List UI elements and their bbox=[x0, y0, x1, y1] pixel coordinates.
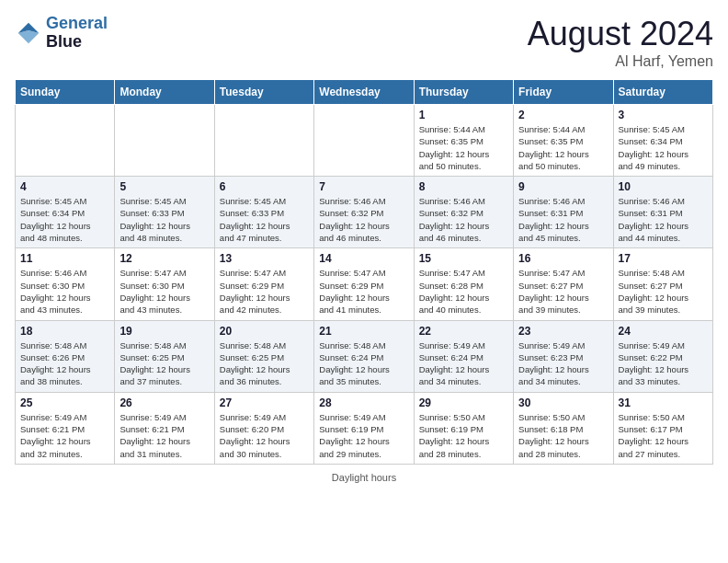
day-number: 28 bbox=[319, 396, 408, 409]
day-number: 6 bbox=[220, 180, 309, 193]
day-number: 27 bbox=[220, 396, 309, 409]
title-block: August 2024 Al Harf, Yemen bbox=[528, 15, 713, 70]
calendar-cell: 15Sunrise: 5:47 AM Sunset: 6:28 PM Dayli… bbox=[414, 248, 513, 320]
header-row: SundayMondayTuesdayWednesdayThursdayFrid… bbox=[16, 80, 713, 105]
header-day-tuesday: Tuesday bbox=[214, 80, 313, 105]
day-info: Sunrise: 5:46 AM Sunset: 6:30 PM Dayligh… bbox=[20, 267, 109, 316]
logo: General Blue bbox=[15, 15, 108, 52]
day-number: 7 bbox=[319, 180, 408, 193]
header-day-monday: Monday bbox=[115, 80, 214, 105]
calendar-cell: 19Sunrise: 5:48 AM Sunset: 6:25 PM Dayli… bbox=[115, 320, 214, 392]
header-day-sunday: Sunday bbox=[16, 80, 115, 105]
calendar-cell: 2Sunrise: 5:44 AM Sunset: 6:35 PM Daylig… bbox=[514, 105, 613, 177]
calendar-cell: 9Sunrise: 5:46 AM Sunset: 6:31 PM Daylig… bbox=[514, 177, 613, 248]
day-number: 9 bbox=[518, 180, 608, 193]
header-day-thursday: Thursday bbox=[414, 80, 513, 105]
calendar-cell bbox=[214, 105, 313, 177]
day-number: 24 bbox=[619, 325, 708, 338]
calendar-title: August 2024 bbox=[528, 15, 713, 53]
header-day-saturday: Saturday bbox=[613, 80, 712, 105]
calendar-cell: 16Sunrise: 5:47 AM Sunset: 6:27 PM Dayli… bbox=[514, 248, 613, 320]
logo-line2: Blue bbox=[46, 33, 108, 52]
logo-text: General Blue bbox=[46, 15, 108, 52]
day-info: Sunrise: 5:48 AM Sunset: 6:27 PM Dayligh… bbox=[619, 267, 708, 316]
calendar-subtitle: Al Harf, Yemen bbox=[528, 53, 713, 70]
day-number: 1 bbox=[419, 109, 508, 121]
calendar-cell: 22Sunrise: 5:49 AM Sunset: 6:24 PM Dayli… bbox=[414, 320, 513, 392]
day-info: Sunrise: 5:50 AM Sunset: 6:19 PM Dayligh… bbox=[419, 411, 508, 460]
calendar-cell: 23Sunrise: 5:49 AM Sunset: 6:23 PM Dayli… bbox=[514, 320, 613, 392]
header-day-wednesday: Wednesday bbox=[314, 80, 414, 105]
day-number: 15 bbox=[419, 252, 508, 265]
calendar-cell: 7Sunrise: 5:46 AM Sunset: 6:32 PM Daylig… bbox=[314, 177, 414, 248]
day-info: Sunrise: 5:49 AM Sunset: 6:24 PM Dayligh… bbox=[419, 339, 508, 388]
day-info: Sunrise: 5:46 AM Sunset: 6:32 PM Dayligh… bbox=[319, 195, 408, 244]
day-number: 14 bbox=[319, 252, 408, 265]
day-number: 30 bbox=[518, 396, 608, 409]
day-info: Sunrise: 5:49 AM Sunset: 6:21 PM Dayligh… bbox=[20, 411, 109, 460]
day-info: Sunrise: 5:49 AM Sunset: 6:21 PM Dayligh… bbox=[119, 411, 209, 460]
day-number: 3 bbox=[619, 109, 708, 121]
day-info: Sunrise: 5:49 AM Sunset: 6:19 PM Dayligh… bbox=[319, 411, 408, 460]
day-number: 26 bbox=[119, 396, 209, 409]
day-info: Sunrise: 5:45 AM Sunset: 6:34 PM Dayligh… bbox=[619, 123, 708, 172]
calendar-week-0: 1Sunrise: 5:44 AM Sunset: 6:35 PM Daylig… bbox=[16, 105, 713, 177]
day-info: Sunrise: 5:46 AM Sunset: 6:31 PM Dayligh… bbox=[518, 195, 608, 244]
day-info: Sunrise: 5:48 AM Sunset: 6:25 PM Dayligh… bbox=[220, 339, 309, 388]
calendar-cell: 27Sunrise: 5:49 AM Sunset: 6:20 PM Dayli… bbox=[214, 392, 313, 464]
day-info: Sunrise: 5:48 AM Sunset: 6:24 PM Dayligh… bbox=[319, 339, 408, 388]
calendar-cell: 17Sunrise: 5:48 AM Sunset: 6:27 PM Dayli… bbox=[613, 248, 712, 320]
calendar-cell bbox=[115, 105, 214, 177]
day-number: 4 bbox=[20, 180, 109, 193]
calendar-cell: 4Sunrise: 5:45 AM Sunset: 6:34 PM Daylig… bbox=[16, 177, 115, 248]
day-info: Sunrise: 5:50 AM Sunset: 6:18 PM Dayligh… bbox=[518, 411, 608, 460]
day-info: Sunrise: 5:44 AM Sunset: 6:35 PM Dayligh… bbox=[419, 123, 508, 172]
footer: Daylight hours bbox=[15, 472, 713, 483]
footer-text: Daylight hours bbox=[332, 472, 396, 483]
calendar-cell: 31Sunrise: 5:50 AM Sunset: 6:17 PM Dayli… bbox=[613, 392, 712, 464]
day-number: 11 bbox=[20, 252, 109, 265]
day-number: 21 bbox=[319, 325, 408, 338]
day-number: 8 bbox=[419, 180, 508, 193]
day-number: 13 bbox=[220, 252, 309, 265]
calendar-cell: 18Sunrise: 5:48 AM Sunset: 6:26 PM Dayli… bbox=[16, 320, 115, 392]
day-number: 19 bbox=[119, 325, 209, 338]
day-number: 23 bbox=[518, 325, 608, 338]
calendar-cell bbox=[314, 105, 414, 177]
day-number: 31 bbox=[619, 396, 708, 409]
day-number: 5 bbox=[119, 180, 209, 193]
calendar-cell: 6Sunrise: 5:45 AM Sunset: 6:33 PM Daylig… bbox=[214, 177, 313, 248]
calendar-cell: 21Sunrise: 5:48 AM Sunset: 6:24 PM Dayli… bbox=[314, 320, 414, 392]
calendar-body: 1Sunrise: 5:44 AM Sunset: 6:35 PM Daylig… bbox=[16, 105, 713, 465]
calendar-cell: 30Sunrise: 5:50 AM Sunset: 6:18 PM Dayli… bbox=[514, 392, 613, 464]
day-info: Sunrise: 5:44 AM Sunset: 6:35 PM Dayligh… bbox=[518, 123, 608, 172]
day-number: 29 bbox=[419, 396, 508, 409]
day-info: Sunrise: 5:46 AM Sunset: 6:31 PM Dayligh… bbox=[619, 195, 708, 244]
header-day-friday: Friday bbox=[514, 80, 613, 105]
calendar-cell: 24Sunrise: 5:49 AM Sunset: 6:22 PM Dayli… bbox=[613, 320, 712, 392]
day-info: Sunrise: 5:47 AM Sunset: 6:28 PM Dayligh… bbox=[419, 267, 508, 316]
day-number: 10 bbox=[619, 180, 708, 193]
day-info: Sunrise: 5:47 AM Sunset: 6:30 PM Dayligh… bbox=[119, 267, 209, 316]
day-info: Sunrise: 5:49 AM Sunset: 6:23 PM Dayligh… bbox=[518, 339, 608, 388]
calendar-cell: 10Sunrise: 5:46 AM Sunset: 6:31 PM Dayli… bbox=[613, 177, 712, 248]
day-number: 2 bbox=[518, 109, 608, 121]
svg-marker-1 bbox=[18, 30, 40, 43]
day-info: Sunrise: 5:47 AM Sunset: 6:27 PM Dayligh… bbox=[518, 267, 608, 316]
page-header: General Blue August 2024 Al Harf, Yemen bbox=[15, 15, 713, 70]
calendar-cell: 12Sunrise: 5:47 AM Sunset: 6:30 PM Dayli… bbox=[115, 248, 214, 320]
day-info: Sunrise: 5:45 AM Sunset: 6:33 PM Dayligh… bbox=[119, 195, 209, 244]
day-info: Sunrise: 5:50 AM Sunset: 6:17 PM Dayligh… bbox=[619, 411, 708, 460]
calendar-cell: 5Sunrise: 5:45 AM Sunset: 6:33 PM Daylig… bbox=[115, 177, 214, 248]
day-info: Sunrise: 5:47 AM Sunset: 6:29 PM Dayligh… bbox=[220, 267, 309, 316]
calendar-cell: 3Sunrise: 5:45 AM Sunset: 6:34 PM Daylig… bbox=[613, 105, 712, 177]
calendar-week-1: 4Sunrise: 5:45 AM Sunset: 6:34 PM Daylig… bbox=[16, 177, 713, 248]
calendar-cell: 11Sunrise: 5:46 AM Sunset: 6:30 PM Dayli… bbox=[16, 248, 115, 320]
day-info: Sunrise: 5:49 AM Sunset: 6:20 PM Dayligh… bbox=[220, 411, 309, 460]
calendar-cell: 26Sunrise: 5:49 AM Sunset: 6:21 PM Dayli… bbox=[115, 392, 214, 464]
calendar-cell: 20Sunrise: 5:48 AM Sunset: 6:25 PM Dayli… bbox=[214, 320, 313, 392]
calendar-week-2: 11Sunrise: 5:46 AM Sunset: 6:30 PM Dayli… bbox=[16, 248, 713, 320]
calendar-table: SundayMondayTuesdayWednesdayThursdayFrid… bbox=[15, 79, 713, 465]
calendar-cell: 13Sunrise: 5:47 AM Sunset: 6:29 PM Dayli… bbox=[214, 248, 313, 320]
logo-line1: General bbox=[46, 14, 108, 32]
